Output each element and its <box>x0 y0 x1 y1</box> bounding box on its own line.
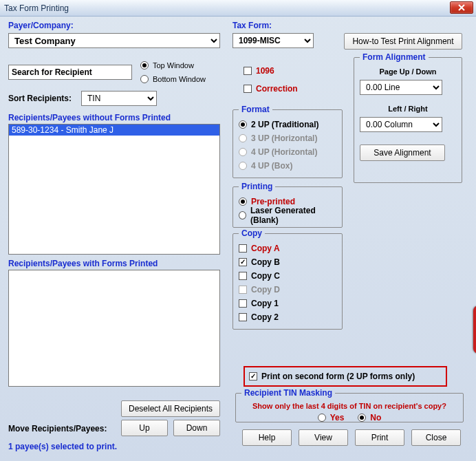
tin-masking-legend: Recipient TIN Masking <box>241 388 335 398</box>
with-printed-header: Recipients/Payees with Forms Printed <box>8 259 158 268</box>
printing-legend: Printing <box>239 182 275 191</box>
page-up-down-label: Page Up / Down <box>360 67 456 76</box>
page-up-down-select[interactable]: 0.00 Line <box>360 80 442 95</box>
correction-checkbox[interactable]: Correction <box>244 83 298 95</box>
close-button[interactable]: Close <box>411 429 461 446</box>
copy-b-checkbox[interactable]: ✓Copy B <box>239 256 336 268</box>
search-recipient-input[interactable] <box>8 65 132 80</box>
format-4up-h-radio: 4 UP (Horizontal) <box>239 146 336 158</box>
status-text: 1 payee(s) selected to print. <box>8 442 117 451</box>
help-button[interactable]: Help <box>242 429 292 446</box>
tin-masking-yes-radio[interactable]: Yes <box>318 411 345 424</box>
edge-decoration <box>473 305 476 354</box>
form-alignment-legend: Form Alignment <box>360 52 429 62</box>
left-right-label: Left / Right <box>360 105 456 113</box>
save-alignment-button[interactable]: Save Alignment <box>360 144 445 161</box>
sort-recipients-select[interactable]: TIN <box>81 91 157 106</box>
up-button[interactable]: Up <box>121 420 168 436</box>
format-legend: Format <box>239 105 272 114</box>
printing-laser-radio[interactable]: Laser Generated (Blank) <box>239 209 336 222</box>
payer-company-select[interactable]: Test Company <box>8 33 220 48</box>
howto-test-print-button[interactable]: How-to Test Print Alignment <box>344 33 462 50</box>
copy-1-checkbox[interactable]: Copy 1 <box>239 297 336 310</box>
copy-c-checkbox[interactable]: Copy C <box>239 270 336 282</box>
bottom-window-radio[interactable]: Bottom Window <box>140 73 206 85</box>
close-icon[interactable] <box>450 1 473 14</box>
tin-masking-question: Show only the last 4 digits of TIN on re… <box>241 402 457 410</box>
tax-form-label: Tax Form: <box>232 21 272 30</box>
window-title: Tax Form Printing <box>4 3 69 13</box>
copy-2-checkbox[interactable]: Copy 2 <box>239 311 336 323</box>
down-button[interactable]: Down <box>173 420 220 436</box>
left-right-select[interactable]: 0.00 Column <box>360 117 442 132</box>
top-window-radio[interactable]: Top Window <box>140 59 206 72</box>
sort-recipients-label: Sort Recipients: <box>8 94 72 103</box>
move-recipients-label: Move Recipients/Payees: <box>8 424 107 433</box>
copy-d-checkbox: Copy D <box>239 283 336 296</box>
copy-a-checkbox[interactable]: Copy A <box>239 242 336 255</box>
format-3up-radio: 3 UP (Horizontal) <box>239 132 336 144</box>
print-button[interactable]: Print <box>355 429 404 446</box>
1096-checkbox[interactable]: 1096 <box>244 65 298 77</box>
deselect-all-button[interactable]: Deselect All Recipients <box>121 400 220 417</box>
tin-masking-no-radio[interactable]: No <box>358 411 381 424</box>
view-button[interactable]: View <box>299 429 348 446</box>
format-4up-box-radio: 4 UP (Box) <box>239 160 336 172</box>
list-item[interactable]: 589-30-1234 - Smith Jane J <box>9 125 219 136</box>
payer-company-label: Payer/Company: <box>8 21 226 30</box>
copy-legend: Copy <box>239 228 265 238</box>
format-2up-radio[interactable]: 2 UP (Traditional) <box>239 118 336 131</box>
with-printed-listbox[interactable] <box>8 270 220 387</box>
print-second-form-checkbox[interactable]: ✓ Print on second form (2 UP forms only) <box>249 370 442 383</box>
without-printed-header: Recipients/Payees without Forms Printed <box>8 113 171 122</box>
without-printed-listbox[interactable]: 589-30-1234 - Smith Jane J <box>8 124 220 255</box>
tax-form-select[interactable]: 1099-MISC <box>232 33 314 48</box>
